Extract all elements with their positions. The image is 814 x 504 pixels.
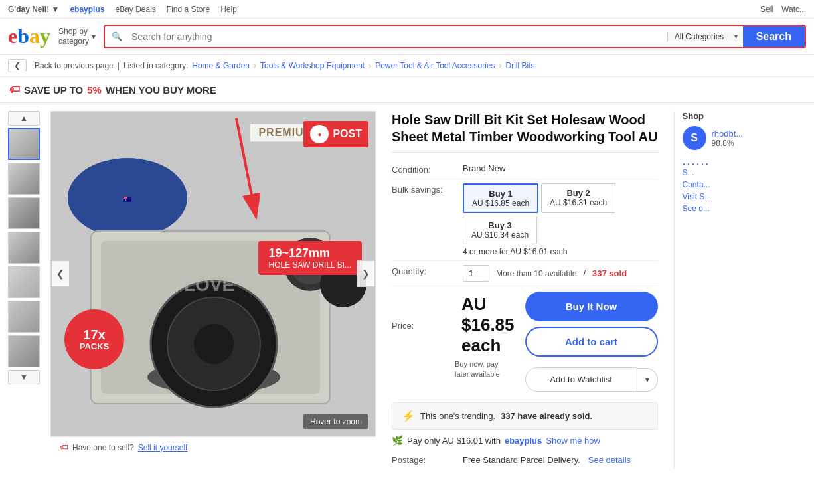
breadcrumb: ❮ Back to previous page | Listed in cate…	[0, 55, 814, 77]
nav-ebay-deals[interactable]: eBay Deals	[115, 5, 155, 14]
thumbnail-2[interactable]	[8, 163, 40, 195]
ebayplus-link[interactable]: Show me how	[546, 436, 600, 446]
sell-it-link[interactable]: Sell it yourself	[138, 443, 188, 452]
svg-text:LOVE: LOVE	[184, 274, 234, 295]
seller-name-link[interactable]: rhodbt...	[712, 129, 744, 139]
search-button[interactable]: Search	[743, 26, 805, 47]
shop-by-category[interactable]: Shop by category ▾	[58, 27, 96, 46]
logo-b: b	[17, 24, 29, 48]
ebayplus-text: Pay only AU $16.01 with	[407, 436, 501, 446]
quantity-row: Quantity: More than 10 available / 337 s…	[392, 261, 658, 286]
quantity-input[interactable]	[463, 265, 489, 282]
ebay-logo[interactable]: e b a y	[8, 24, 50, 48]
save-pct: 5%	[87, 84, 102, 96]
shop-by-chevron: ▾	[92, 32, 96, 41]
search-icon: 🔍	[105, 26, 129, 47]
packs-count: 17x	[83, 327, 105, 342]
sell-icon: 🏷	[60, 442, 68, 452]
seller-dots: ......	[683, 154, 807, 168]
bulk-2-title: Buy 2	[550, 188, 607, 198]
breadcrumb-home-garden[interactable]: Home & Garden	[192, 61, 250, 70]
thumbnail-6[interactable]	[8, 301, 40, 333]
nav-watch[interactable]: Watc...	[781, 5, 806, 14]
post-text: POST	[333, 128, 362, 140]
bulk-1-price: AU $16.85 each	[472, 199, 529, 208]
lightning-icon: ⚡	[402, 410, 415, 422]
add-to-cart-button[interactable]: Add to cart	[525, 327, 658, 357]
category-select[interactable]: All Categories	[667, 32, 743, 41]
postage-details-link[interactable]: See details	[588, 455, 631, 465]
sell-it-text: Have one to sell?	[72, 443, 134, 452]
save-text1: SAVE UP TO	[24, 84, 83, 96]
sidebar-link-visit[interactable]: Visit S...	[683, 192, 807, 201]
watchlist-row: Add to Watchlist ▾	[525, 367, 658, 392]
breadcrumb-drill-bits[interactable]: Drill Bits	[506, 61, 535, 70]
back-text: Back to previous page	[35, 61, 114, 70]
postage-label: Postage:	[392, 455, 455, 465]
nav-sell[interactable]: Sell	[760, 5, 773, 14]
thumbnail-1[interactable]	[8, 128, 40, 160]
condition-label: Condition:	[392, 163, 455, 175]
nav-help[interactable]: Help	[220, 5, 237, 14]
sidebar-link-contact[interactable]: Conta...	[683, 180, 807, 189]
watchlist-expand-button[interactable]: ▾	[637, 368, 658, 392]
breadcrumb-tools[interactable]: Tools & Workshop Equipment	[260, 61, 365, 70]
sidebar-link-save[interactable]: S...	[683, 168, 807, 177]
product-image-section: 🇦🇺 LOVE	[50, 111, 376, 469]
price-amount: AU $16.85 each	[461, 294, 515, 356]
condition-value: Brand New	[463, 163, 505, 173]
trending-text2: 337 have already sold.	[501, 411, 592, 421]
ebayplus-brand: ebayplus	[505, 436, 542, 446]
trending-bar: ⚡ This one's trending. 337 have already …	[392, 402, 658, 430]
breadcrumb-power-tools[interactable]: Power Tool & Air Tool Accessories	[375, 61, 495, 70]
pay-later-text: Buy now, pay later available	[455, 360, 500, 378]
size-label: HOLE SAW DRILL BI...	[269, 260, 351, 270]
bulk-savings-row: Bulk savings: Buy 1 AU $16.85 each Buy 2…	[392, 179, 658, 261]
price-section: Price: AU $16.85 each Buy now, pay later…	[392, 292, 515, 378]
price-label: Price:	[392, 319, 455, 331]
bulk-3-title: Buy 3	[471, 220, 529, 230]
bulk-more-text: 4 or more for AU $16.01 each	[463, 247, 658, 256]
thumb-nav-up[interactable]: ▲	[8, 111, 40, 126]
image-nav-left[interactable]: ❮	[51, 260, 70, 287]
nav-find-store[interactable]: Find a Store	[167, 5, 210, 14]
thumbnail-4[interactable]	[8, 232, 40, 264]
logo-y: y	[40, 24, 50, 48]
tag-icon: 🏷	[9, 84, 20, 96]
shop-by-line2: category	[58, 37, 89, 46]
sidebar-right: Shop S rhodbt... 98.8% ...... S... Conta…	[674, 111, 807, 469]
sold-count: 337 sold	[592, 268, 627, 278]
post-circle-icon: ●	[310, 125, 329, 143]
thumbnail-7[interactable]	[8, 335, 40, 367]
thumbnail-3[interactable]	[8, 197, 40, 229]
seller-rating: 98.8%	[712, 139, 744, 148]
buy-now-button[interactable]: Buy It Now	[525, 292, 658, 321]
condition-row: Condition: Brand New	[392, 159, 658, 179]
greeting[interactable]: G'day Neil! ▼	[8, 5, 59, 14]
ebayplus-logo[interactable]: ebayplus	[70, 5, 104, 14]
search-input[interactable]	[129, 26, 667, 47]
bulk-option-2[interactable]: Buy 2 AU $16.31 each	[541, 183, 615, 213]
quantity-label: Quantity:	[392, 265, 455, 276]
action-buttons: Buy It Now Add to cart Add to Watchlist …	[525, 292, 658, 392]
main-content: ▲ ▼	[0, 103, 814, 477]
add-to-watchlist-button[interactable]: Add to Watchlist	[525, 367, 637, 392]
search-bar: 🔍 All Categories ▾ Search	[104, 25, 806, 48]
thumbnail-5[interactable]	[8, 266, 40, 298]
bulk-savings-label: Bulk savings:	[392, 183, 455, 195]
bulk-option-3[interactable]: Buy 3 AU $16.34 each	[463, 216, 537, 244]
seller-row: S rhodbt... 98.8%	[683, 126, 807, 150]
bulk-option-1[interactable]: Buy 1 AU $16.85 each	[463, 183, 538, 213]
sidebar-link-see[interactable]: See o...	[683, 204, 807, 213]
bulk-3-price: AU $16.34 each	[471, 230, 529, 240]
thumb-nav-down[interactable]: ▼	[8, 370, 40, 384]
main-nav: e b a y Shop by category ▾ 🔍 All Categor…	[0, 19, 814, 55]
greeting-chevron: ▼	[52, 5, 60, 14]
save-text2: WHEN YOU BUY MORE	[106, 84, 216, 96]
packs-label: PACKS	[80, 342, 110, 351]
image-nav-right[interactable]: ❯	[357, 260, 375, 287]
product-image[interactable]: 🇦🇺 LOVE	[50, 111, 376, 436]
svg-text:🇦🇺: 🇦🇺	[123, 195, 132, 203]
bulk-1-title: Buy 1	[472, 189, 529, 199]
back-button[interactable]: ❮	[8, 59, 27, 72]
